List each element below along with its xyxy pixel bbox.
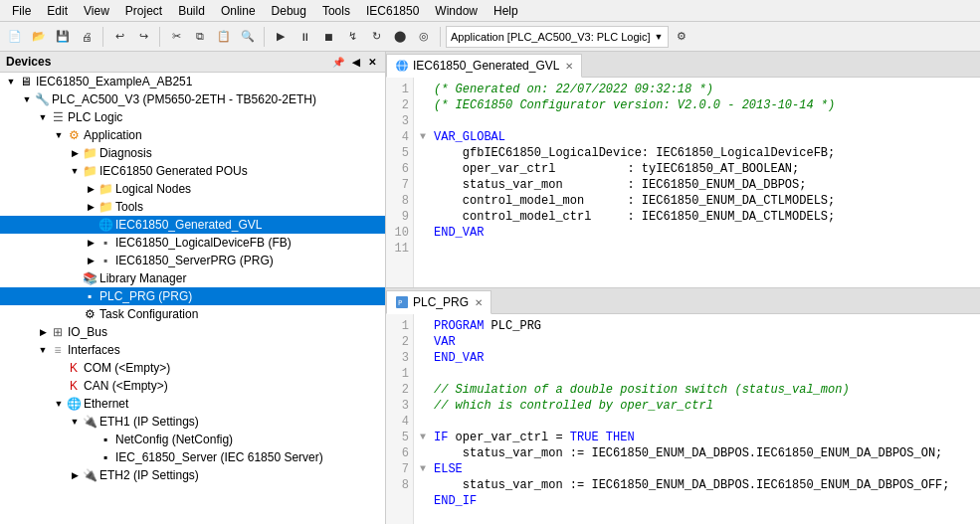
toolbar-b1[interactable]: ▶ [270, 26, 292, 48]
toolbar-copy[interactable]: ⧉ [189, 26, 211, 48]
code-content: control_model_ctrl : IEC61850_ENUM_DA_CT… [434, 209, 835, 225]
expand-icon[interactable]: ▼ [36, 343, 50, 357]
toolbar-dropdown-arrow: ▼ [655, 32, 664, 42]
tree-item-logicalfb[interactable]: ▶ ▪ IEC61850_LogicalDeviceFB (FB) [0, 234, 385, 252]
tree-item-gvl[interactable]: ▶ 🌐 IEC61850_Generated_GVL [0, 216, 385, 234]
toolbar-b3[interactable]: ⏹ [317, 26, 339, 48]
tree-item-plcprg[interactable]: ▶ ▪ PLC_PRG (PRG) [0, 287, 385, 305]
code-content: END_VAR [434, 225, 484, 241]
toolbar-undo[interactable]: ↩ [108, 26, 130, 48]
tree-item-diagnosis[interactable]: ▶ 📁 Diagnosis [0, 144, 385, 162]
tree-item-ethernet[interactable]: ▼ 🌐 Ethernet [0, 395, 385, 413]
expand-icon[interactable]: ▶ [36, 325, 50, 339]
code-content: status_var_mon := IEC61850_ENUM_DA_DBPOS… [434, 477, 949, 493]
menu-debug[interactable]: Debug [264, 2, 314, 20]
expand-icon[interactable]: ▼ [4, 75, 18, 88]
toolbar-b4[interactable]: ↯ [341, 26, 363, 48]
expand-icon[interactable]: ▶ [68, 146, 82, 160]
tree-item-iobus[interactable]: ▶ ⊞ IO_Bus [0, 323, 385, 341]
com-icon: K [66, 360, 82, 376]
toolbar-save[interactable]: 💾 [52, 26, 74, 48]
menu-online[interactable]: Online [213, 2, 264, 20]
tree-label: Tools [115, 200, 143, 214]
toolbar-new[interactable]: 📄 [4, 26, 26, 48]
expand-icon[interactable]: ▼ [68, 415, 82, 429]
tab-label-gvl: IEC61850_Generated_GVL [413, 59, 559, 73]
tree-label: Logical Nodes [115, 182, 191, 196]
tree-item-iec-server[interactable]: ▶ ▪ IEC_61850_Server (IEC 61850 Server) [0, 448, 385, 466]
tree-item-serverprg[interactable]: ▶ ▪ IEC61850_ServerPRG (PRG) [0, 252, 385, 269]
expand-icon[interactable]: ▼ [52, 397, 66, 411]
tree-item-netconfig[interactable]: ▶ ▪ NetConfig (NetConfig) [0, 431, 385, 448]
menu-window[interactable]: Window [427, 2, 486, 20]
panel-pin-btn[interactable]: 📌 [329, 57, 347, 68]
menu-iec61850[interactable]: IEC61850 [358, 2, 427, 20]
menu-project[interactable]: Project [117, 2, 170, 20]
tree-item-tools[interactable]: ▶ 📁 Tools [0, 198, 385, 216]
tree-item-plc[interactable]: ▼ 🔧 PLC_AC500_V3 (PM5650-2ETH - TB5620-2… [0, 90, 385, 108]
tree-item-interfaces[interactable]: ▼ ≡ Interfaces [0, 341, 385, 359]
code-line: PROGRAM PLC_PRG [420, 318, 974, 334]
tree-item-libmanager[interactable]: ▶ 📚 Library Manager [0, 269, 385, 287]
toolbar-open[interactable]: 📂 [28, 26, 50, 48]
computer-icon: 🖥 [18, 74, 34, 89]
tree-item-can[interactable]: ▶ K CAN (<Empty>) [0, 377, 385, 395]
toolbar-print[interactable]: 🖨 [76, 26, 98, 48]
expand-icon[interactable]: ▶ [84, 200, 98, 214]
expand-icon[interactable]: ▼ [52, 128, 66, 142]
toolbar-find[interactable]: 🔍 [237, 26, 259, 48]
code-area-top: 12345 67891011 (* Generated on: 22/07/20… [386, 78, 980, 287]
toolbar-b7[interactable]: ◎ [413, 26, 435, 48]
expand-icon[interactable]: ▶ [84, 182, 98, 196]
panel-close-btn[interactable]: ✕ [365, 57, 379, 68]
menu-build[interactable]: Build [170, 2, 213, 20]
tree-item-eth1[interactable]: ▼ 🔌 ETH1 (IP Settings) [0, 413, 385, 431]
fold-marker[interactable]: ▼ [420, 430, 434, 445]
toolbar-context-dropdown[interactable]: Application [PLC_AC500_V3: PLC Logic] ▼ [446, 26, 669, 48]
tree-label: PLC_PRG (PRG) [99, 289, 192, 303]
fold-marker[interactable]: ▼ [420, 129, 434, 145]
gvl-icon: 🌐 [98, 217, 113, 233]
toolbar-b6[interactable]: ⬤ [389, 26, 411, 48]
code-content: VAR_GLOBAL [434, 129, 505, 145]
tree-item-eth2[interactable]: ▶ 🔌 ETH2 (IP Settings) [0, 466, 385, 484]
app-icon: ⚙ [66, 127, 82, 143]
toolbar-b2[interactable]: ⏸ [294, 26, 315, 48]
expand-icon[interactable]: ▶ [84, 236, 98, 250]
code-content [434, 241, 441, 257]
menu-edit[interactable]: Edit [39, 2, 76, 20]
tab-close-plcprg[interactable]: ✕ [475, 297, 483, 308]
tab-gvl[interactable]: IEC61850_Generated_GVL ✕ [386, 54, 582, 78]
fold-marker[interactable]: ▼ [420, 461, 434, 477]
expand-icon[interactable]: ▼ [20, 92, 34, 106]
expand-icon[interactable]: ▼ [68, 164, 82, 178]
code-line: status_var_mon := IEC61850_ENUM_DA_DBPOS… [420, 477, 974, 493]
tree-item-logical-nodes[interactable]: ▶ 📁 Logical Nodes [0, 180, 385, 198]
expand-icon[interactable]: ▼ [36, 110, 50, 124]
toolbar-settings[interactable]: ⚙ [671, 26, 692, 48]
toolbar-dropdown-text: Application [PLC_AC500_V3: PLC Logic] [451, 31, 651, 43]
menu-help[interactable]: Help [486, 2, 526, 20]
toolbar-redo[interactable]: ↪ [132, 26, 154, 48]
tab-close-gvl[interactable]: ✕ [565, 61, 573, 72]
plc-icon: 🔧 [34, 91, 50, 107]
tree-item-taskconfig[interactable]: ▶ ⚙ Task Configuration [0, 305, 385, 323]
tree-item-application[interactable]: ▼ ⚙ Application [0, 126, 385, 144]
panel-collapse-btn[interactable]: ◀ [349, 57, 363, 68]
menu-view[interactable]: View [76, 2, 117, 20]
tree-item-plclogic[interactable]: ▼ ☰ PLC Logic [0, 108, 385, 126]
expand-icon[interactable]: ▶ [68, 468, 82, 482]
toolbar-cut[interactable]: ✂ [165, 26, 187, 48]
tree-item-iec-pous[interactable]: ▼ 📁 IEC61850 Generated POUs [0, 162, 385, 180]
tree-item-root[interactable]: ▼ 🖥 IEC61850_ExampleA_AB251 [0, 73, 385, 90]
tab-plcprg[interactable]: P PLC_PRG ✕ [386, 290, 491, 314]
netconfig-icon: ▪ [98, 432, 113, 447]
expand-icon[interactable]: ▶ [84, 254, 98, 267]
toolbar-b5[interactable]: ↻ [365, 26, 387, 48]
toolbar-paste[interactable]: 📋 [213, 26, 235, 48]
tree-item-com[interactable]: ▶ K COM (<Empty>) [0, 359, 385, 377]
editor-pane-top: IEC61850_Generated_GVL ✕ 12345 67891011 … [386, 52, 980, 288]
server-icon: ▪ [98, 449, 113, 465]
menu-file[interactable]: File [4, 2, 39, 20]
menu-tools[interactable]: Tools [314, 2, 358, 20]
